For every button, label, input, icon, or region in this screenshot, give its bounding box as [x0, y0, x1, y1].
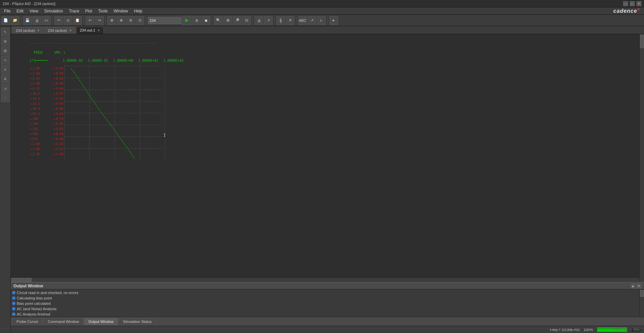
sidebar-label-icon[interactable]: A	[1, 75, 10, 83]
tab-2[interactable]: 234.out.1 ✕	[76, 27, 104, 34]
menu-view[interactable]: View	[27, 8, 41, 14]
tab-probe-cursor[interactable]: Probe Cursor	[12, 318, 43, 325]
zoom-fit-button[interactable]: ⊞	[223, 16, 232, 25]
tab-1[interactable]: 234 (active) ✕	[44, 27, 75, 34]
menu-help[interactable]: Help	[131, 8, 145, 14]
zoom-area-button[interactable]: ⊡	[242, 16, 251, 25]
menu-file[interactable]: File	[1, 8, 13, 14]
main-layout: ↖ ⊕ ⊞ ∿ ≡ A ⊿ ⋮ 234 (active) ✕ 234 (acti…	[0, 26, 644, 333]
sidebar-zoom-icon[interactable]: ⊕	[1, 37, 10, 46]
csdn-watermark: CSDN @ ～浅陌°	[612, 327, 641, 332]
svg-text:631: 631	[33, 137, 38, 141]
sidebar-axis-icon[interactable]: ≡	[1, 65, 10, 74]
undo-button[interactable]: ↩	[86, 16, 94, 25]
svg-text:▸: ▸	[54, 72, 55, 75]
tab-0-close[interactable]: ✕	[37, 29, 40, 32]
menu-tools[interactable]: Tools	[96, 8, 110, 14]
bottom-tabs: Probe Cursor Command Window Output Windo…	[11, 317, 644, 326]
menu-edit[interactable]: Edit	[14, 8, 26, 14]
open-button[interactable]: 📁	[11, 16, 19, 25]
tab-1-close[interactable]: ✕	[69, 29, 72, 32]
more-button[interactable]: ▸	[329, 16, 338, 25]
svg-rect-0	[11, 34, 644, 282]
minimize-button[interactable]: ─	[623, 1, 628, 6]
zoom-out-button[interactable]: 🔍	[214, 16, 223, 25]
output-indicator	[12, 302, 15, 305]
close-button[interactable]: ✕	[637, 1, 641, 6]
chart-horizontal-scrollbar[interactable]	[11, 277, 639, 282]
svg-text:10.0: 10.0	[33, 92, 40, 95]
sidebar-cursor-icon[interactable]: ↖	[1, 28, 10, 36]
close-trace-button[interactable]: ✕	[286, 16, 294, 25]
save-button[interactable]: 💾	[23, 16, 32, 25]
svg-text:▸: ▸	[30, 127, 32, 131]
tab-bar: 234 (active) ✕ 234 (active) ✕ 234.out.1 …	[11, 26, 644, 34]
output-close-button[interactable]: ✕	[637, 284, 641, 288]
svg-text:1.0000E-01: 1.0000E-01	[88, 59, 108, 62]
svg-text:▸: ▸	[30, 112, 32, 115]
menu-bar: File Edit View Simulation Trace Plot Too…	[0, 7, 644, 15]
sidebar-trace-icon[interactable]: ∿	[1, 56, 10, 64]
svg-text:1.0000E+00: 1.0000E+00	[113, 59, 133, 62]
tab-2-close[interactable]: ✕	[97, 29, 100, 32]
marker4-button[interactable]: ⊙	[136, 16, 144, 25]
svg-text:▸: ▸	[30, 132, 32, 136]
tab-0[interactable]: 234 (active) ✕	[12, 27, 43, 34]
svg-text:3.98: 3.98	[33, 82, 40, 85]
chart-vertical-scrollbar[interactable]	[639, 34, 644, 282]
marker1-button[interactable]: ⊕	[107, 16, 116, 25]
toolbar: 📄 📁 💾 🖨 ▭ ✂ ⎘ 📋 ↩ ↪ ⊕ ⊗ ⊘ ⊙ ⏸ ⏺ 🔍 ⊞ 🔎 ⊡ …	[0, 15, 644, 26]
stop-button[interactable]: ⏺	[202, 16, 210, 25]
menu-plot[interactable]: Plot	[83, 8, 95, 14]
export-button[interactable]: ↗	[264, 16, 273, 25]
svg-text:▸: ▸	[54, 97, 55, 100]
copy-button[interactable]: ⎘	[64, 16, 72, 25]
cut-button[interactable]: ✂	[54, 16, 63, 25]
new-button[interactable]: 📄	[1, 16, 10, 25]
svg-text:▸: ▸	[54, 122, 55, 126]
redo-button[interactable]: ↪	[95, 16, 104, 25]
cursor-button[interactable]: ╫	[276, 16, 285, 25]
menu-simulation[interactable]: Simulation	[42, 8, 66, 14]
run-simulation-button[interactable]	[182, 16, 192, 25]
svg-text:1.00: 1.00	[33, 67, 40, 70]
svg-text:100: 100	[33, 117, 38, 121]
paste-button[interactable]: 📋	[73, 16, 82, 25]
svg-text:9.01: 9.01	[56, 127, 63, 131]
svg-text:▸: ▸	[30, 77, 32, 80]
tab-simulation-status[interactable]: Simulation Status	[119, 318, 156, 325]
arrow-button[interactable]: ↗	[308, 16, 316, 25]
svg-text:VM( ): VM( )	[54, 50, 65, 55]
print3-button[interactable]: 🖨	[255, 16, 263, 25]
sidebar-measure-icon[interactable]: ⊿	[1, 84, 10, 93]
output-content: Circuit read in and checked, no errorsCa…	[11, 289, 639, 317]
svg-text:251: 251	[33, 127, 38, 131]
output-vertical-scrollbar[interactable]	[639, 289, 644, 317]
svg-text:9.97: 9.97	[56, 92, 63, 95]
tab-command-window[interactable]: Command Window	[43, 318, 83, 325]
output-collapse-button[interactable]: ▲	[631, 284, 635, 288]
svg-text:▸: ▸	[30, 72, 32, 75]
tab-output-window[interactable]: Output Window	[84, 318, 118, 325]
marker2-button[interactable]: ⊗	[117, 16, 125, 25]
print2-button[interactable]: ▭	[42, 16, 51, 25]
menu-window[interactable]: Window	[111, 8, 131, 14]
simulation-name-input[interactable]	[148, 17, 181, 24]
sidebar-more-icon[interactable]: ⋮	[1, 93, 10, 102]
output-line: Circuit read in and checked, no errors	[12, 290, 638, 295]
select-button[interactable]: ▹	[317, 16, 326, 25]
output-line: AC Analysis finished	[12, 312, 638, 317]
svg-text:1.0000E-02: 1.0000E-02	[63, 59, 83, 62]
sidebar-grid-icon[interactable]: ⊞	[1, 46, 10, 55]
label-button[interactable]: ABC	[298, 16, 307, 25]
pause-button[interactable]: ⏸	[192, 16, 201, 25]
svg-text:1.0000E+02: 1.0000E+02	[163, 59, 183, 62]
svg-text:9.99: 9.99	[56, 77, 63, 80]
zoom-in-button[interactable]: 🔎	[233, 16, 241, 25]
marker3-button[interactable]: ⊘	[126, 16, 135, 25]
print-button[interactable]: 🖨	[33, 16, 41, 25]
svg-text:9.96: 9.96	[56, 97, 63, 100]
restore-button[interactable]: □	[630, 1, 635, 6]
cadence-logo: cadence®	[613, 8, 643, 14]
menu-trace[interactable]: Trace	[66, 8, 82, 14]
